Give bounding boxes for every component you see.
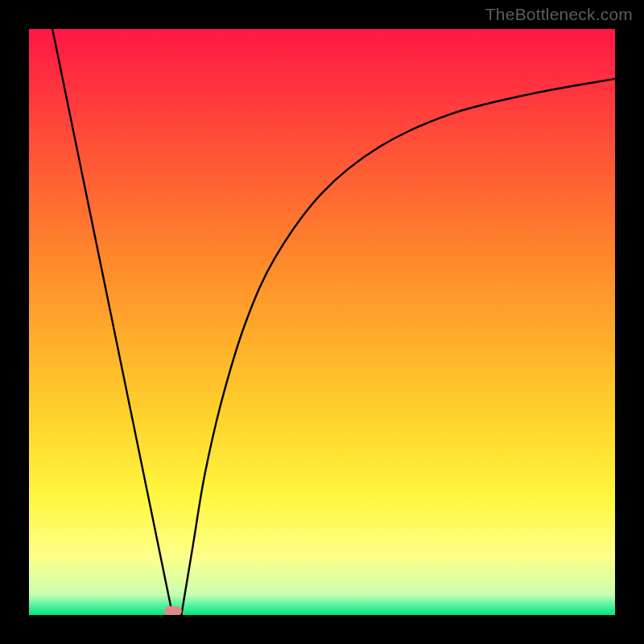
plot-svg <box>29 29 615 615</box>
optimum-marker <box>164 606 182 615</box>
plot-area <box>29 29 615 615</box>
watermark-text: TheBottleneck.com <box>485 5 633 24</box>
gradient-bg <box>29 29 615 615</box>
chart-frame: TheBottleneck.com <box>0 0 644 644</box>
